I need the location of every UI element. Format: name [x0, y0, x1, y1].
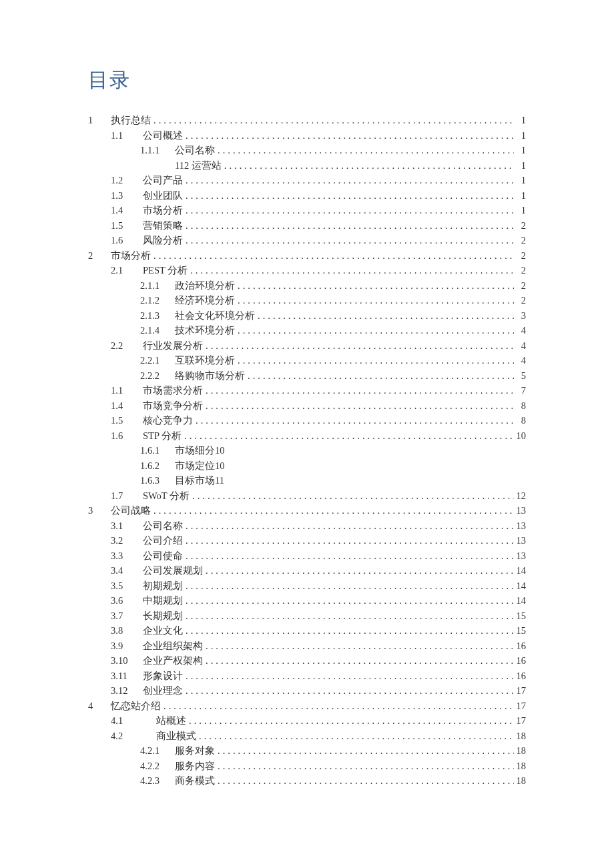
toc-leader — [183, 173, 514, 188]
toc-leader — [203, 563, 514, 578]
toc-entry-number: 1.4 — [111, 398, 143, 414]
toc-entry-number: 2.1 — [111, 263, 143, 278]
toc-entry-page: 18 — [514, 759, 526, 774]
toc-entry-page: 15 — [514, 623, 526, 638]
toc-leader — [235, 278, 514, 294]
toc-entry-page: 1 — [514, 203, 526, 218]
toc-entry: 3.2公司介绍13 — [88, 533, 526, 548]
toc-entry: 2.1.2经济环境分析2 — [88, 293, 526, 308]
toc-entry: 3.5初期规划14 — [88, 578, 526, 594]
toc-entry-page: 14 — [514, 578, 526, 594]
toc-entry-page: 16 — [514, 669, 526, 684]
toc-entry-number: 1 — [88, 113, 111, 128]
toc-leader — [183, 578, 514, 594]
toc-entry-page: 14 — [514, 593, 526, 608]
toc-entry-number: 3.5 — [111, 578, 143, 594]
toc-entry-text: 112 运营站 — [175, 158, 222, 173]
toc-entry-page: 2 — [514, 263, 526, 278]
toc-entry-number: 3.2 — [111, 533, 143, 548]
toc-entry-text: 公司战略 — [111, 503, 151, 518]
toc-leader — [183, 218, 514, 234]
toc-entry-number: 1.2 — [111, 173, 143, 188]
toc-entry-number: 2.1.2 — [140, 293, 175, 308]
toc-entry-text: 市场定位10 — [175, 458, 225, 474]
toc-entry-number: 4 — [88, 699, 111, 714]
toc-entry-number: 1.6.3 — [140, 473, 175, 488]
toc-entry-number: 3.9 — [111, 638, 143, 654]
toc-entry-number: 1.6.2 — [140, 458, 175, 474]
toc-entry-page: 16 — [514, 638, 526, 654]
toc-entry-text: 络购物市场分析 — [175, 368, 245, 384]
toc-entry: 1.6STP 分析10 — [88, 428, 526, 444]
toc-entry: 2.2.1互联环境分析4 — [88, 353, 526, 368]
toc-leader — [203, 398, 514, 414]
toc-leader — [183, 203, 514, 218]
toc-entry-page: 13 — [514, 518, 526, 534]
toc-entry-number: 3.11 — [111, 669, 143, 684]
toc-entry: 1.6.3目标市场11 — [88, 473, 526, 488]
toc-leader — [215, 143, 514, 158]
toc-entry: 2.1.1政治环境分析2 — [88, 278, 526, 294]
toc-leader — [203, 338, 514, 354]
toc-entry-text: 核心竞争力 — [143, 413, 193, 428]
toc-entry-text: 服务对象 — [175, 743, 215, 759]
toc-entry: 3.8企业文化15 — [88, 623, 526, 638]
toc-entry-text: 公司名称 — [175, 143, 215, 158]
toc-entry: 2.2.2络购物市场分析5 — [88, 368, 526, 384]
toc-entry: 4.2.2服务内容18 — [88, 759, 526, 774]
toc-leader — [151, 113, 514, 128]
toc-entry-text: 技术环境分析 — [175, 323, 235, 338]
toc-entry-text: 站概述 — [156, 713, 186, 729]
toc-entry-text: 风险分析 — [143, 233, 183, 248]
toc-leader — [235, 353, 514, 368]
toc-entry-text: 政治环境分析 — [175, 278, 235, 294]
toc-entry-text: 互联环境分析 — [175, 353, 235, 368]
toc-entry-text: 公司介绍 — [143, 533, 183, 548]
toc-body: 1执行总结11.1公司概述11.1.1公司名称1112 运营站11.2公司产品1… — [88, 113, 526, 789]
toc-entry-number: 3.3 — [111, 548, 143, 564]
toc-entry-text: 公司发展规划 — [143, 563, 203, 578]
toc-entry-text: 服务内容 — [175, 759, 215, 774]
toc-leader — [190, 488, 514, 504]
toc-entry-text: SWoT 分析 — [143, 488, 190, 504]
toc-entry-page: 2 — [514, 233, 526, 248]
toc-leader — [151, 248, 514, 264]
toc-entry-text: STP 分析 — [143, 428, 182, 444]
toc-entry: 1.1公司概述1 — [88, 128, 526, 143]
toc-entry-number: 1.6.1 — [140, 443, 175, 458]
toc-entry-page: 15 — [514, 608, 526, 624]
toc-leader — [183, 518, 514, 534]
toc-leader — [215, 759, 514, 774]
toc-entry-number: 4.2.3 — [140, 773, 175, 789]
toc-entry-page: 3 — [514, 308, 526, 324]
toc-entry-number: 2 — [88, 248, 111, 264]
toc-entry-number: 2.1.3 — [140, 308, 175, 324]
toc-entry-page: 18 — [514, 729, 526, 744]
toc-entry-number: 2.1.4 — [140, 323, 175, 338]
toc-entry-number: 1.3 — [111, 188, 143, 203]
toc-entry-text: 企业组织架构 — [143, 638, 203, 654]
toc-entry-page: 1 — [514, 173, 526, 188]
toc-entry-page: 13 — [514, 503, 526, 518]
toc-entry-number: 3.10 — [111, 653, 143, 669]
toc-entry-text: 形象设计 — [143, 669, 183, 684]
toc-entry-page: 7 — [514, 383, 526, 398]
toc-entry-page: 4 — [514, 323, 526, 338]
toc-entry: 3.10企业产权架构16 — [88, 653, 526, 669]
toc-entry-text: 创业理念 — [143, 683, 183, 699]
toc-entry: 1.6风险分析2 — [88, 233, 526, 248]
toc-entry-page: 17 — [514, 699, 526, 714]
toc-entry-number: 1.6 — [111, 428, 143, 444]
toc-entry-number: 2.2.1 — [140, 353, 175, 368]
toc-entry-text: 执行总结 — [111, 113, 151, 128]
toc-leader — [183, 548, 514, 564]
toc-entry-number: 4.2 — [111, 729, 143, 744]
toc-leader — [203, 653, 514, 669]
toc-entry-page: 1 — [514, 128, 526, 143]
toc-entry-text: 公司使命 — [143, 548, 183, 564]
toc-entry-page: 16 — [514, 653, 526, 669]
toc-entry-number: 1.5 — [111, 218, 143, 234]
toc-leader — [215, 773, 514, 789]
toc-leader — [203, 383, 514, 398]
toc-entry-text: 公司产品 — [143, 173, 183, 188]
